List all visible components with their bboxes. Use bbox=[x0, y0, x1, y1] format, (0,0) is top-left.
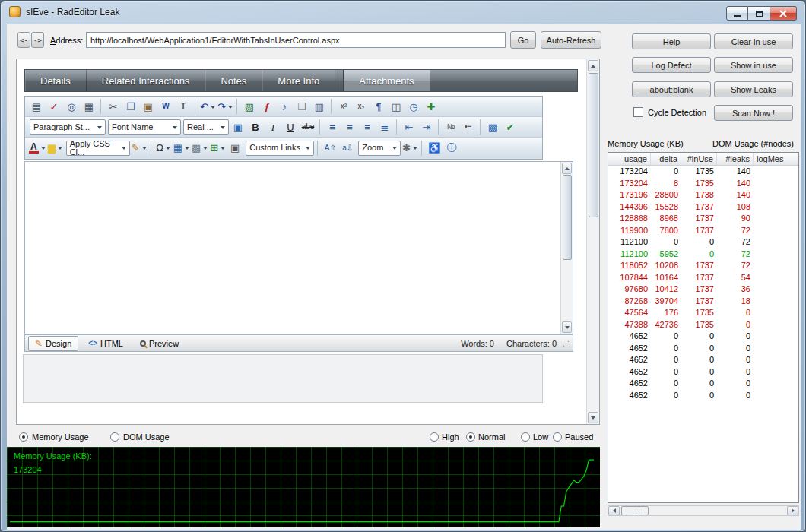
design-tab[interactable]: ✎ Design bbox=[28, 336, 78, 351]
flash-manager-icon[interactable]: ƒ bbox=[259, 98, 275, 115]
document-manager-icon[interactable]: ❒ bbox=[294, 98, 310, 115]
show-in-use-button[interactable]: Show in use bbox=[714, 57, 793, 73]
table-row[interactable]: 4652 0 0 0 bbox=[608, 366, 798, 378]
validate-icon[interactable]: ✔ bbox=[502, 119, 519, 135]
strikethrough-icon[interactable]: abe bbox=[300, 119, 316, 135]
table-row[interactable]: 128868 8968 1737 90 bbox=[608, 213, 798, 225]
foreground-color-icon[interactable]: A bbox=[28, 140, 46, 157]
insert-time-icon[interactable]: ◷ bbox=[405, 98, 422, 115]
underline-icon[interactable]: U bbox=[282, 119, 299, 135]
superscript-icon[interactable]: x² bbox=[335, 98, 352, 115]
media-manager-icon[interactable]: ♪ bbox=[276, 98, 293, 115]
table-row[interactable]: 119900 7800 1737 72 bbox=[608, 225, 798, 237]
table-row[interactable]: 112100 -5952 0 72 bbox=[608, 249, 798, 261]
show-borders-icon[interactable]: ▩ bbox=[484, 119, 501, 135]
log-defect-button[interactable]: Log Defect bbox=[632, 57, 711, 73]
low-radio[interactable] bbox=[521, 432, 530, 442]
insert-table-icon[interactable]: ▦ bbox=[173, 140, 190, 157]
paused-radio[interactable] bbox=[553, 432, 562, 442]
html-tab[interactable]: <> HTML bbox=[81, 337, 130, 350]
print-icon[interactable]: ▤ bbox=[28, 98, 45, 115]
header-delta[interactable]: delta bbox=[651, 153, 681, 165]
memory-usage-radio[interactable] bbox=[19, 432, 28, 442]
custom-links-dropdown[interactable]: Custom Links bbox=[246, 141, 314, 156]
zoom-dropdown[interactable]: Zoom bbox=[358, 141, 401, 156]
cycle-detection-checkbox[interactable] bbox=[633, 107, 643, 117]
table-row[interactable]: 144396 15528 1737 108 bbox=[608, 201, 798, 214]
insert-snippet-icon[interactable]: ✚ bbox=[423, 98, 439, 115]
header-logmes[interactable]: logMes bbox=[754, 153, 798, 165]
table-row[interactable]: 4652 0 0 0 bbox=[608, 390, 798, 402]
page-tab[interactable]: Related Interactions bbox=[87, 70, 206, 91]
back-button[interactable]: <- bbox=[17, 32, 30, 48]
insert-form-icon[interactable]: ⊞ bbox=[209, 140, 226, 157]
hscroll-thumb[interactable] bbox=[621, 506, 649, 515]
editor-content-area[interactable] bbox=[24, 161, 573, 334]
insert-date-icon[interactable]: ◫ bbox=[388, 98, 405, 115]
go-button[interactable]: Go bbox=[510, 31, 536, 49]
copy-icon[interactable]: ❐ bbox=[122, 98, 139, 115]
outdent-icon[interactable]: ⇤ bbox=[401, 119, 417, 135]
table-row[interactable]: 4652 0 0 0 bbox=[608, 343, 798, 355]
table-row[interactable]: 87268 39704 1737 18 bbox=[608, 296, 798, 308]
uppercase-icon[interactable]: A⇧ bbox=[322, 140, 338, 157]
table-row[interactable]: 173196 28800 1738 140 bbox=[608, 189, 798, 201]
close-button[interactable] bbox=[770, 6, 797, 21]
page-tab[interactable]: Notes bbox=[205, 70, 262, 91]
page-tab[interactable]: Attachments bbox=[343, 70, 430, 91]
apply-css-class-dropdown[interactable]: Apply CSS Cl... bbox=[66, 141, 130, 156]
paste-plain-text-icon[interactable]: T bbox=[175, 98, 192, 115]
accessibility-icon[interactable]: ♿ bbox=[426, 140, 443, 157]
table-row[interactable]: 173204 8 1735 140 bbox=[608, 178, 798, 190]
minimize-button[interactable] bbox=[726, 6, 748, 21]
new-paragraph-icon[interactable]: ¶ bbox=[370, 98, 387, 115]
borders-icon[interactable]: ▩ bbox=[191, 140, 208, 157]
insert-symbol-icon[interactable]: Ω bbox=[155, 140, 172, 157]
header-usage[interactable]: usage bbox=[608, 153, 651, 165]
align-center-icon[interactable]: ≡ bbox=[341, 119, 358, 135]
clear-in-use-button[interactable]: Clear in use bbox=[714, 33, 793, 49]
page-tab[interactable]: Details bbox=[25, 70, 87, 91]
header-inuse[interactable]: #inUse bbox=[681, 153, 717, 165]
about-icon[interactable]: ⓘ bbox=[443, 140, 460, 157]
page-scrollbar[interactable] bbox=[586, 59, 599, 424]
italic-icon[interactable]: I bbox=[265, 119, 281, 135]
lowercase-icon[interactable]: a⇩ bbox=[339, 140, 356, 157]
high-radio[interactable] bbox=[430, 432, 439, 442]
numbered-list-icon[interactable]: № bbox=[443, 119, 459, 135]
image-manager-icon[interactable]: ▧ bbox=[241, 98, 258, 115]
bold-icon[interactable]: B bbox=[247, 119, 264, 135]
spellcheck-icon[interactable]: ✓ bbox=[46, 98, 62, 115]
table-row[interactable]: 47388 42736 1735 0 bbox=[608, 319, 798, 331]
select-all-icon[interactable]: ▦ bbox=[81, 98, 97, 115]
find-icon[interactable]: ◎ bbox=[63, 98, 80, 115]
header-leaks[interactable]: #leaks bbox=[717, 153, 754, 165]
module-manager-icon[interactable]: ✱ bbox=[401, 140, 418, 157]
table-row[interactable]: 4652 0 0 0 bbox=[608, 354, 798, 366]
address-input[interactable] bbox=[86, 32, 506, 48]
subscript-icon[interactable]: x₂ bbox=[353, 98, 370, 115]
redo-icon[interactable]: ↷ bbox=[217, 98, 233, 115]
bullet-list-icon[interactable]: •≡ bbox=[460, 119, 477, 135]
font-name-dropdown[interactable]: Font Name bbox=[108, 119, 181, 135]
paste-from-word-icon[interactable]: W bbox=[157, 98, 174, 115]
editor-scroll-thumb[interactable] bbox=[563, 175, 572, 260]
auto-refresh-button[interactable]: Auto-Refresh bbox=[541, 31, 601, 49]
editor-scrollbar[interactable] bbox=[560, 162, 573, 334]
show-leaks-button[interactable]: Show Leaks bbox=[714, 81, 793, 97]
table-row[interactable]: 112100 0 0 72 bbox=[608, 236, 798, 249]
scan-now-button[interactable]: Scan Now ! bbox=[714, 105, 793, 121]
table-row[interactable]: 4652 0 0 0 bbox=[608, 378, 798, 390]
preview-tab[interactable]: Preview bbox=[133, 337, 186, 350]
about-blank-button[interactable]: about:blank bbox=[632, 81, 711, 97]
forward-button[interactable]: -> bbox=[31, 32, 44, 48]
title-bar[interactable]: sIEve - RadEditor Leak bbox=[1, 1, 805, 24]
paste-icon[interactable]: ▣ bbox=[140, 98, 157, 115]
font-size-dropdown[interactable]: Real ... bbox=[183, 119, 229, 135]
template-manager-icon[interactable]: ▥ bbox=[311, 98, 328, 115]
help-button[interactable]: Help bbox=[632, 33, 711, 49]
editor-scroll-down-button[interactable] bbox=[562, 321, 572, 333]
normal-radio[interactable] bbox=[466, 432, 475, 442]
scroll-left-button[interactable] bbox=[608, 506, 620, 515]
table-row[interactable]: 107844 10164 1737 54 bbox=[608, 272, 798, 284]
